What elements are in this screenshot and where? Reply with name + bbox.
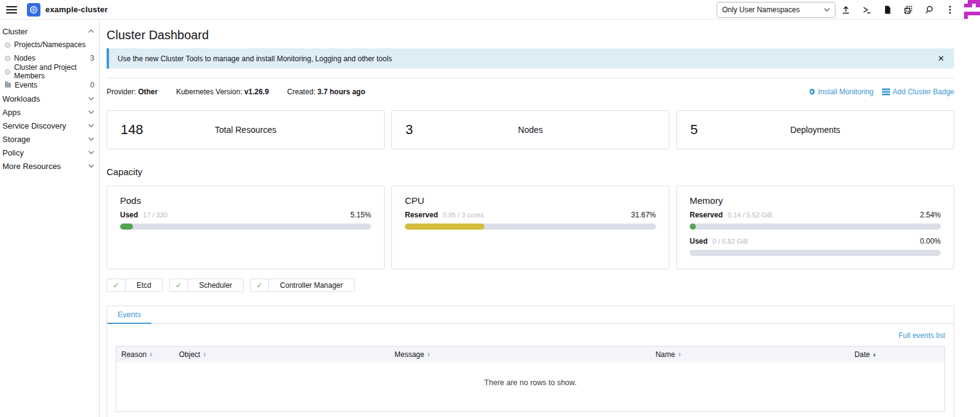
add-cluster-badge-label: Add Cluster Badge bbox=[892, 88, 954, 96]
capacity-section-title: Capacity bbox=[107, 167, 954, 177]
empty-state-message: There are no rows to show. bbox=[116, 363, 945, 412]
column-header-name[interactable]: Name▲▼ bbox=[650, 347, 850, 363]
chevron-down-icon bbox=[88, 164, 94, 168]
add-cluster-badge-link[interactable]: Add Cluster Badge bbox=[882, 88, 954, 96]
pods-used-percent: 5.15% bbox=[350, 211, 371, 219]
cpu-title: CPU bbox=[405, 195, 656, 206]
sidebar-item-label: Cluster and Project Members bbox=[14, 63, 94, 80]
total-resources-count: 148 bbox=[121, 122, 143, 138]
deployments-label: Deployments bbox=[790, 125, 840, 135]
memory-used-label: Used bbox=[690, 237, 707, 246]
badge-icon bbox=[882, 88, 890, 96]
sidebar-item-label: Projects/Namespaces bbox=[14, 40, 86, 49]
kebab-menu-icon[interactable] bbox=[940, 2, 960, 18]
sidebar-group-storage[interactable]: Storage bbox=[0, 132, 99, 146]
sort-icon: ▲▼ bbox=[149, 352, 153, 357]
memory-title: Memory bbox=[690, 195, 941, 206]
memory-used-detail: 0 / 5.82 GiB bbox=[712, 238, 748, 245]
events-table-header-row: Reason▲▼ Object▲▼ Message▲▼ Name▲▼ Date▲… bbox=[116, 347, 945, 363]
check-icon: ✓ bbox=[251, 279, 269, 291]
search-icon[interactable] bbox=[919, 2, 940, 18]
deployments-count: 5 bbox=[690, 122, 698, 138]
sidebar-group-label: Cluster bbox=[2, 27, 28, 36]
component-label: Controller Manager bbox=[269, 279, 354, 291]
sidebar-item-cluster-members[interactable]: Cluster and Project Members bbox=[0, 65, 99, 78]
full-events-list-link[interactable]: Full events list bbox=[899, 331, 945, 340]
file-icon[interactable] bbox=[877, 2, 898, 18]
events-count-badge: 0 bbox=[90, 81, 94, 89]
sidebar-group-more-resources[interactable]: More Resources bbox=[0, 159, 99, 173]
sidebar-group-cluster[interactable]: Cluster bbox=[0, 24, 99, 38]
tab-events[interactable]: Events bbox=[107, 306, 151, 324]
sidebar-item-events[interactable]: Events 0 bbox=[0, 78, 99, 92]
memory-reserved-detail: 0.14 / 5.52 GiB bbox=[728, 211, 772, 219]
shell-icon[interactable] bbox=[856, 2, 877, 18]
pods-progress-fill bbox=[120, 224, 133, 230]
chevron-down-icon bbox=[88, 137, 94, 141]
sidebar-group-policy[interactable]: Policy bbox=[0, 146, 99, 159]
capacity-cards: Pods Used 17 / 330 5.15% CPU Reserved 0.… bbox=[107, 186, 954, 269]
cpu-reserved-percent: 31.67% bbox=[631, 211, 656, 219]
k8s-version-label: Kubernetes Version: bbox=[176, 88, 242, 96]
cluster-name: example-cluster bbox=[45, 5, 108, 14]
upload-icon[interactable] bbox=[835, 2, 856, 18]
column-header-reason[interactable]: Reason▲▼ bbox=[116, 347, 175, 363]
stat-card-deployments: 5 Deployments bbox=[676, 110, 954, 149]
cpu-reserved-detail: 0.95 / 3 cores bbox=[443, 211, 484, 219]
pods-title: Pods bbox=[120, 195, 371, 206]
chevron-down-icon bbox=[88, 124, 94, 127]
divider bbox=[107, 78, 954, 78]
sidebar-nav: Cluster Projects/Namespaces Nodes 3 Clus… bbox=[0, 20, 100, 417]
column-header-object[interactable]: Object▲▼ bbox=[174, 347, 390, 363]
pods-progress-track bbox=[120, 224, 371, 230]
memory-reserved-progress-fill bbox=[690, 224, 696, 230]
component-badge-etcd: ✓ Etcd bbox=[107, 279, 163, 292]
provider-value: Other bbox=[138, 88, 157, 96]
banner-text: Use the new Cluster Tools to manage and … bbox=[118, 54, 392, 63]
sidebar-item-label: Nodes bbox=[14, 54, 36, 62]
sidebar-item-label: Events bbox=[15, 81, 37, 89]
install-monitoring-link[interactable]: Install Monitoring bbox=[808, 88, 874, 96]
k8s-version-value: v1.26.9 bbox=[244, 88, 269, 96]
column-header-message[interactable]: Message▲▼ bbox=[390, 347, 650, 363]
provider-info: Provider: Other bbox=[107, 88, 157, 96]
capacity-card-pods: Pods Used 17 / 330 5.15% bbox=[107, 186, 385, 269]
stat-card-nodes: 3 Nodes bbox=[391, 110, 669, 149]
chevron-down-icon bbox=[88, 97, 94, 100]
capacity-card-memory: Memory Reserved 0.14 / 5.52 GiB 2.54% Us… bbox=[676, 186, 954, 269]
install-monitoring-label: Install Monitoring bbox=[818, 88, 874, 96]
glance-row: Provider: Other Kubernetes Version: v1.2… bbox=[107, 88, 954, 96]
sort-icon: ▲▼ bbox=[677, 352, 681, 357]
cluster-tools-banner: Use the new Cluster Tools to manage and … bbox=[107, 48, 954, 69]
column-header-date[interactable]: Date▲▼ bbox=[850, 347, 945, 363]
sidebar-group-workloads[interactable]: Workloads bbox=[0, 92, 99, 105]
hamburger-menu-icon[interactable] bbox=[6, 6, 17, 13]
events-panel: Events Full events list Reason▲▼ Object▲… bbox=[107, 306, 954, 417]
close-icon[interactable]: ✕ bbox=[937, 54, 946, 63]
page-title: Cluster Dashboard bbox=[107, 28, 954, 42]
node-icon bbox=[5, 56, 10, 61]
empty-state-row: There are no rows to show. bbox=[116, 363, 945, 412]
stat-card-total-resources: 148 Total Resources bbox=[107, 110, 385, 149]
provider-label: Provider: bbox=[107, 88, 136, 96]
namespace-filter-dropdown[interactable]: Only User Namespaces bbox=[717, 2, 835, 18]
sidebar-group-apps[interactable]: Apps bbox=[0, 105, 99, 119]
chevron-down-icon bbox=[88, 110, 94, 114]
sidebar-group-service-discovery[interactable]: Service Discovery bbox=[0, 119, 99, 132]
created-info: Created: 3.7 hours ago bbox=[287, 88, 365, 96]
copy-icon[interactable] bbox=[898, 2, 919, 18]
sort-icon: ▲▼ bbox=[203, 352, 206, 357]
kubernetes-logo-icon bbox=[27, 3, 40, 17]
memory-used-progress-track bbox=[690, 250, 941, 256]
pods-used-detail: 17 / 330 bbox=[143, 211, 167, 219]
chevron-up-icon bbox=[88, 29, 94, 33]
user-avatar[interactable] bbox=[964, 0, 980, 20]
sidebar-item-projects-namespaces[interactable]: Projects/Namespaces bbox=[0, 38, 99, 51]
component-label: Etcd bbox=[126, 279, 162, 291]
chevron-down-icon bbox=[824, 8, 830, 12]
stat-cards: 148 Total Resources 3 Nodes 5 Deployment… bbox=[107, 110, 954, 149]
component-label: Scheduler bbox=[188, 279, 243, 291]
total-resources-label: Total Resources bbox=[215, 125, 276, 135]
events-tabbar: Events bbox=[107, 306, 954, 324]
main-content: Cluster Dashboard Use the new Cluster To… bbox=[100, 20, 980, 417]
